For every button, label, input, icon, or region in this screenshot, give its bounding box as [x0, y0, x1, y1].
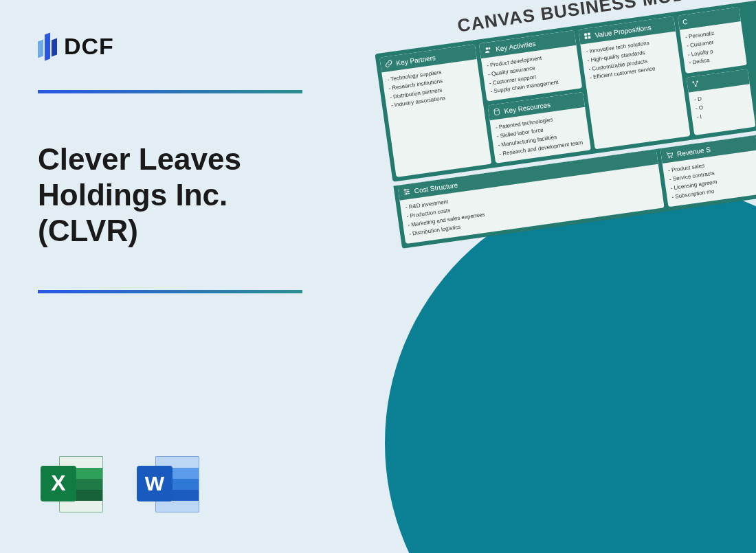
cell-key-resources: Key Resources Patented technologies Skil… — [487, 92, 590, 163]
excel-icon: X — [38, 453, 107, 515]
cell-revenue: Revenue S Product sales Service contract… — [660, 135, 756, 207]
word-icon: W — [134, 453, 203, 515]
svg-rect-13 — [156, 501, 199, 512]
logo-text: DCF — [64, 33, 114, 60]
cell-value-propositions: Value Propositions Innovative tech solut… — [578, 16, 690, 150]
svg-point-17 — [488, 47, 490, 49]
cell-key-partners: Key Partners Technology suppliers Resear… — [379, 44, 491, 177]
cell-customer-relations: C Personaliz Customer Loyalty p Dedica — [678, 7, 747, 74]
page-title: Clever Leaves Holdings Inc. (CLVR) — [38, 142, 333, 249]
svg-point-18 — [494, 109, 499, 111]
cell-key-activities: Key Activities Product development Quali… — [479, 30, 582, 102]
channel-icon — [691, 80, 700, 89]
svg-point-16 — [486, 47, 488, 49]
link-icon — [384, 59, 394, 69]
svg-text:X: X — [51, 471, 66, 495]
svg-point-32 — [669, 157, 670, 159]
database-icon — [492, 107, 502, 117]
svg-point-29 — [404, 190, 405, 191]
svg-point-24 — [696, 81, 698, 82]
key-partners-list: Technology suppliers Research institutio… — [381, 59, 491, 177]
logo-icon — [38, 31, 57, 61]
svg-point-31 — [405, 193, 407, 194]
svg-point-30 — [408, 191, 409, 192]
svg-rect-5 — [60, 501, 102, 512]
divider-top — [38, 90, 302, 93]
cart-icon — [665, 150, 674, 160]
grid-icon — [583, 32, 592, 41]
svg-rect-21 — [585, 36, 587, 38]
sliders-icon — [402, 188, 412, 197]
svg-point-33 — [671, 157, 673, 158]
logo: DCF — [38, 31, 333, 61]
divider-bottom — [38, 290, 302, 293]
people-icon — [483, 45, 493, 55]
cell-channels: D O I — [687, 69, 756, 136]
svg-text:W: W — [145, 472, 165, 495]
svg-rect-22 — [588, 36, 590, 38]
svg-rect-20 — [588, 33, 590, 35]
svg-rect-19 — [584, 33, 586, 35]
